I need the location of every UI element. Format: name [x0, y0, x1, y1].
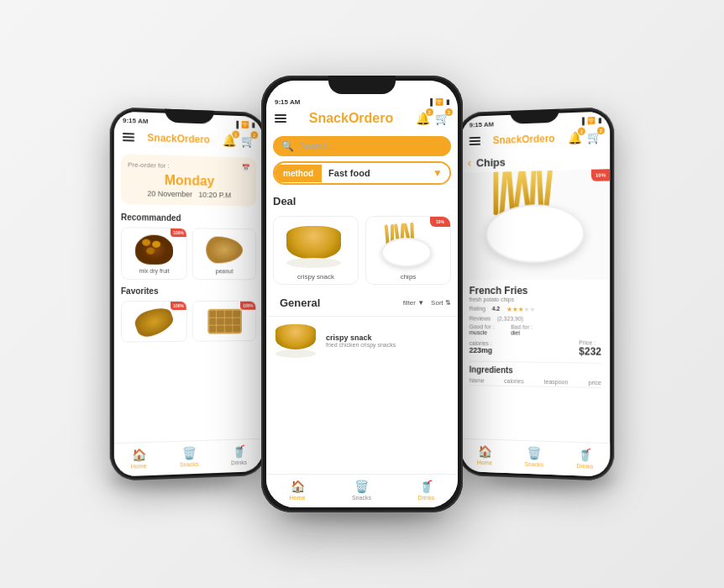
product-ribbon: 10% [591, 169, 610, 181]
left-logo-snack: Snack [147, 132, 176, 144]
right-screen-scroll: 10% [461, 169, 610, 443]
right-screen: 9:15 AM ▐ 🛜 ▮ SnackOrdero [461, 111, 610, 476]
good-for-value: muscle [470, 329, 495, 335]
fav-card-croissant[interactable]: 100% [121, 301, 187, 343]
center-nav-drinks[interactable]: 🥤 Drinks [417, 480, 434, 501]
preorder-day: Monday [128, 172, 250, 190]
right-hamburger[interactable] [470, 137, 480, 145]
search-bar: 🔍 [273, 136, 451, 156]
peanut-img-container [204, 234, 244, 265]
center-nav-home[interactable]: 🏠 Home [290, 480, 306, 501]
right-header-icons: 🔔2 🛒2 [568, 130, 601, 144]
center-logo-ordero: Ordero [349, 111, 393, 125]
ing-col-teaspoon: teaspoon [544, 379, 569, 386]
general-item-img [273, 322, 319, 360]
waffle-img-container [204, 307, 244, 336]
calories-col: calories : 223mg [470, 340, 492, 354]
calendar-icon[interactable]: 📅 [242, 164, 250, 171]
price-value: $232 [579, 345, 601, 357]
dropdown-arrow[interactable]: ▼ [426, 163, 449, 183]
general-item-crispy[interactable]: crispy snack fried chicken crispy snacks [266, 316, 458, 365]
croissant-img-container [134, 307, 176, 336]
right-nav-snacks[interactable]: 🗑️ Snacks [524, 446, 543, 468]
center-logo-snack: Snack [309, 111, 349, 125]
rec-card-dryfruit[interactable]: 100% mix dry fruit [121, 227, 187, 280]
favorites-section: Favorites 100% 100% [114, 283, 263, 346]
dryfruit-ribbon: 100% [171, 228, 186, 237]
left-cart-btn[interactable]: 🛒2 [241, 134, 254, 148]
right-status-time: 9:15 AM [470, 120, 494, 129]
center-cart-badge: 2 [445, 108, 453, 116]
method-value: Fast food [322, 164, 426, 182]
chips-label: chips [401, 273, 417, 281]
center-nav-home-label: Home [290, 495, 306, 501]
center-screen: 9:15 AM ▐ 🛜 ▮ SnackOrdero [266, 81, 458, 507]
left-nav-drinks[interactable]: 🥤 Drinks [231, 444, 247, 465]
dryfruit-img-container [134, 233, 176, 265]
search-input[interactable] [299, 141, 443, 151]
left-notification-btn[interactable]: 🔔2 [223, 134, 236, 147]
chips-ribbon: 10% [430, 217, 450, 227]
calories-price-row: calories : 223mg Price : $232 [470, 339, 601, 358]
method-tab[interactable]: method [275, 165, 322, 182]
chips-img [375, 223, 442, 270]
fav-card-waffle[interactable]: 100% [192, 301, 257, 342]
center-hamburger[interactable] [275, 114, 286, 123]
left-status-icons: ▐ 🛜 ▮ [234, 120, 255, 129]
general-bowl [275, 324, 317, 358]
product-name: French Fries [470, 285, 601, 297]
right-drinks-icon: 🥤 [578, 448, 592, 462]
center-snacks-icon: 🗑️ [354, 480, 369, 493]
chips-page-title: Chips [476, 155, 506, 169]
fries-bowl [381, 238, 432, 267]
bad-for-value: diet [511, 330, 533, 336]
center-nav-drinks-label: Drinks [417, 495, 434, 501]
sort-btn[interactable]: Sort ⇅ [431, 299, 451, 307]
center-notif-badge: 2 [426, 108, 433, 116]
ing-col-calories: calories [504, 378, 524, 384]
general-item-sub: fried chicken crispy snacks [326, 342, 451, 348]
deal-card-chips[interactable]: 10% [365, 216, 451, 285]
croissant-img [132, 303, 176, 340]
general-plate [275, 349, 316, 358]
right-cart-badge: 2 [597, 127, 605, 134]
crispy-bowl [286, 226, 345, 268]
deal-section-title: Deal [266, 192, 458, 211]
left-hamburger[interactable] [123, 133, 134, 142]
croissant-ribbon: 100% [171, 302, 186, 310]
peanut-img [206, 236, 243, 263]
rec-card-peanut[interactable]: peanut [192, 228, 257, 280]
right-nav-snacks-label: Snacks [524, 461, 543, 468]
recommended-section: Recommanded 100% mix dry fruit [114, 209, 263, 283]
center-status-icons: ▐ 🛜 ▮ [428, 98, 449, 106]
right-nav-home-label: Home [477, 459, 492, 466]
left-phone-container: 9:15 AM ▐ 🛜 ▮ SnackOrdero [93, 109, 253, 479]
wifi-icon: 🛜 [241, 120, 249, 128]
right-bottom-nav: 🏠 Home 🗑️ Snacks 🥤 Drinks [461, 438, 610, 477]
center-nav-snacks[interactable]: 🗑️ Snacks [352, 480, 371, 501]
center-cart-btn[interactable]: 🛒2 [435, 112, 449, 125]
filter-sort: filter ▼ Sort ⇅ [403, 299, 451, 307]
center-notification-btn[interactable]: 🔔2 [416, 112, 430, 125]
large-fries-bowl [485, 186, 585, 263]
deal-card-crispy[interactable]: crispy snack [273, 216, 359, 285]
left-nav-home[interactable]: 🏠 Home [131, 448, 147, 470]
general-food [275, 324, 316, 349]
snacks-icon: 🗑️ [182, 446, 197, 460]
left-logo-ordero: Ordero [177, 133, 210, 145]
preorder-date: 20 November 10:20 P.M [128, 189, 250, 200]
right-nav-drinks[interactable]: 🥤 Drinks [576, 448, 593, 470]
left-nav-snacks[interactable]: 🗑️ Snacks [180, 446, 199, 468]
left-nav-home-label: Home [131, 463, 147, 470]
filter-btn[interactable]: filter ▼ [403, 299, 424, 307]
right-nav-home[interactable]: 🏠 Home [477, 444, 492, 465]
crispy-img [282, 223, 349, 270]
center-nav-snacks-label: Snacks [352, 495, 371, 501]
ing-col-name: Name [470, 377, 485, 383]
right-cart-btn[interactable]: 🛒2 [587, 130, 601, 144]
home-icon: 🏠 [132, 448, 146, 462]
right-notification-btn[interactable]: 🔔2 [568, 131, 582, 145]
star-rating: ★★★★★ [506, 306, 535, 313]
back-button[interactable]: ‹ [468, 156, 471, 170]
search-icon: 🔍 [281, 140, 294, 152]
